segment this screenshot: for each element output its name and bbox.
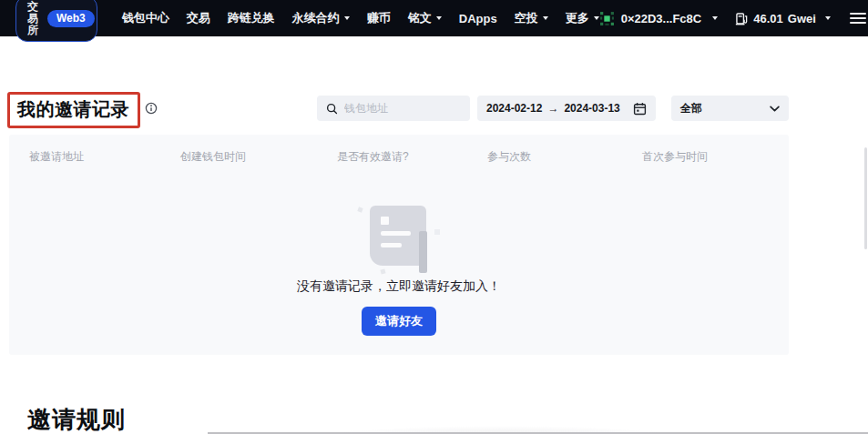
caret-down-icon <box>436 16 442 20</box>
wallet-account-menu[interactable]: 0×22D3...Fc8C <box>599 11 719 26</box>
date-to: 2024-03-13 <box>564 102 619 115</box>
decor-dot <box>380 268 385 274</box>
status-filter-select[interactable]: 全部 <box>671 96 789 121</box>
wallet-identicon-avatar <box>599 11 615 26</box>
toggle-exchange[interactable]: 交易所 <box>18 0 47 39</box>
nav-item-trade[interactable]: 交易 <box>187 10 210 26</box>
filter-bar: 2024-02-12 → 2024-03-13 全部 <box>317 96 789 121</box>
top-nav: 交易所 Web3 钱包中心 交易 跨链兑换 永续合约 赚币 铭文 DApps 空… <box>0 0 868 36</box>
status-filter-value: 全部 <box>680 101 702 116</box>
date-from: 2024-02-12 <box>486 102 542 115</box>
gas-pump-icon <box>735 12 749 25</box>
exchange-web3-toggle[interactable]: 交易所 Web3 <box>15 0 97 42</box>
card-top-shadow <box>214 412 852 434</box>
empty-document-pen <box>419 231 427 273</box>
gas-unit: Gwei <box>788 12 816 25</box>
caret-down-icon <box>712 16 718 20</box>
gas-price-menu[interactable]: 46.01 Gwei <box>735 12 831 25</box>
caret-down-icon <box>344 16 350 20</box>
nav-item-perpetual[interactable]: 永续合约 <box>292 10 350 26</box>
nav-left-group: 交易所 Web3 钱包中心 交易 跨链兑换 永续合约 赚币 铭文 DApps 空… <box>15 0 599 42</box>
decor-dot <box>357 207 363 212</box>
invitation-rules-heading: 邀请规则 <box>27 404 126 434</box>
date-range-arrow: → <box>547 102 558 115</box>
nav-item-wallet-center[interactable]: 钱包中心 <box>122 10 169 26</box>
nav-item-more[interactable]: 更多 <box>566 10 599 26</box>
invite-friends-button[interactable]: 邀请好友 <box>362 307 436 336</box>
wallet-address-search[interactable] <box>317 96 470 121</box>
column-header-invited-address: 被邀请地址 <box>29 149 84 165</box>
gas-value: 46.01 <box>753 12 783 25</box>
calendar-icon <box>633 102 647 116</box>
decor-dot <box>434 229 440 235</box>
menu-icon[interactable] <box>850 13 866 24</box>
invitation-records-panel: 被邀请地址 创建钱包时间 是否有效邀请? 参与次数 首次参与时间 没有邀请记录，… <box>9 135 789 355</box>
vertical-scrollbar[interactable] <box>864 147 867 249</box>
date-range-picker[interactable]: 2024-02-12 → 2024-03-13 <box>477 96 656 121</box>
page-title: 我的邀请记录 <box>17 99 129 119</box>
nav-item-cross-chain-swap[interactable]: 跨链兑换 <box>228 10 275 26</box>
annotation-highlight-box: 我的邀请记录 <box>7 92 140 128</box>
wallet-address: 0×22D3...Fc8C <box>621 12 702 25</box>
search-icon <box>326 102 338 116</box>
empty-state-illustration <box>353 198 444 275</box>
caret-down-icon <box>543 16 548 20</box>
info-icon[interactable] <box>145 102 158 118</box>
empty-document-icon <box>370 206 426 266</box>
column-header-wallet-created: 创建钱包时间 <box>180 149 246 165</box>
chevron-down-icon <box>770 106 780 112</box>
search-input[interactable] <box>344 102 461 115</box>
empty-state-message: 没有邀请记录，立即邀请好友加入！ <box>9 278 789 295</box>
nav-item-inscriptions[interactable]: 铭文 <box>408 10 442 26</box>
column-header-valid-invite: 是否有效邀请? <box>337 149 409 165</box>
nav-right-group: 0×22D3...Fc8C 46.01 Gwei <box>599 11 866 26</box>
nav-item-earn[interactable]: 赚币 <box>367 10 391 26</box>
column-header-participation-count: 参与次数 <box>487 149 531 165</box>
caret-down-icon <box>825 16 831 20</box>
toggle-web3[interactable]: Web3 <box>47 10 95 27</box>
column-header-first-participation: 首次参与时间 <box>642 149 708 165</box>
nav-item-airdrop[interactable]: 空投 <box>515 10 548 26</box>
nav-item-dapps[interactable]: DApps <box>459 12 497 25</box>
